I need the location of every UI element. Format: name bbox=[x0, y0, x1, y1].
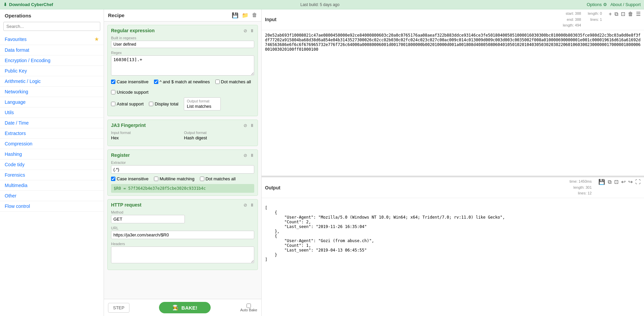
http-disable-icon[interactable]: ⊘ bbox=[244, 202, 247, 208]
sidebar-item-favourites[interactable]: Favourites ★ bbox=[0, 34, 104, 45]
register-case-check[interactable]: Case insensitive bbox=[111, 176, 149, 181]
sidebar-item-flowcontrol[interactable]: Flow control bbox=[0, 201, 104, 212]
output-copy-icon[interactable]: ⧉ bbox=[608, 179, 611, 185]
sidebar-item-label: Data format bbox=[5, 47, 29, 53]
output-content: [ { "User-Agent": "Mozilla/5.0 (Windows … bbox=[262, 198, 644, 316]
regex-disable-icon[interactable]: ⊘ bbox=[244, 28, 247, 33]
register-result: $R0 = 57f3642b4e37e28f5cbe3020c9331b4c bbox=[111, 184, 254, 193]
ja3-output-format-group: Output format Hash digest bbox=[184, 131, 255, 140]
auto-bake-label: Auto Bake bbox=[240, 308, 257, 312]
url-group: URL bbox=[111, 226, 254, 239]
sidebar-item-language[interactable]: Language bbox=[0, 97, 104, 107]
sidebar-item-label: Arithmetic / Logic bbox=[5, 79, 41, 84]
output-format-value[interactable]: List matches bbox=[187, 104, 218, 109]
sidebar-item-label: Public Key bbox=[5, 68, 27, 74]
regex-card-icons: ⊘ ⏸ bbox=[244, 28, 254, 33]
and-dollar-check[interactable]: ^ and $ match at newlines bbox=[154, 79, 210, 84]
sidebar-item-label: Multimedia bbox=[5, 183, 28, 188]
sidebar-item-label: Utils bbox=[5, 110, 14, 115]
sidebar-item-encoding[interactable]: Encryption / Encoding bbox=[0, 55, 104, 66]
input-actions: + ⧉ ⊡ 🗑 ☰ bbox=[609, 11, 641, 17]
headers-input[interactable] bbox=[111, 246, 254, 263]
open-recipe-icon[interactable]: 📁 bbox=[242, 12, 249, 18]
ja3-input-label: Input format bbox=[111, 131, 181, 135]
sidebar-item-extractors[interactable]: Extractors bbox=[0, 128, 104, 139]
sidebar-item-other[interactable]: Other bbox=[0, 191, 104, 201]
regex-card: Regular expression ⊘ ⏸ Built in regexes … bbox=[107, 25, 258, 116]
output-save-icon[interactable]: 💾 bbox=[598, 179, 605, 185]
regex-input[interactable]: 16030[13].+ bbox=[111, 55, 254, 76]
download-label[interactable]: Download CyberChef bbox=[9, 2, 53, 7]
sidebar-item-label: Favourites bbox=[5, 37, 26, 42]
input-window-icon[interactable]: ⧉ bbox=[614, 11, 618, 17]
sidebar-item-forensics[interactable]: Forensics bbox=[0, 170, 104, 180]
auto-bake-checkbox[interactable] bbox=[247, 304, 251, 308]
sidebar-item-utils[interactable]: Utils bbox=[0, 107, 104, 118]
sidebar-item-compression[interactable]: Compression bbox=[0, 139, 104, 149]
sidebar-item-arithmetic[interactable]: Arithmetic / Logic bbox=[0, 76, 104, 87]
save-recipe-icon[interactable]: 💾 bbox=[232, 12, 238, 18]
sidebar-item-networking[interactable]: Networking bbox=[0, 87, 104, 97]
bake-label: BAKE! bbox=[181, 305, 198, 311]
recipe-scroll: Regular expression ⊘ ⏸ Built in regexes … bbox=[104, 21, 261, 299]
output-undo-icon[interactable]: ↩ bbox=[621, 179, 626, 185]
options-link[interactable]: Options ⚙ bbox=[587, 2, 607, 7]
ja3-output-value[interactable]: Hash digest bbox=[184, 135, 255, 140]
regex-card-header: Regular expression ⊘ ⏸ bbox=[111, 28, 254, 33]
input-textarea[interactable]: 20e52ab693f10008021c47ae0800450000e92ce8… bbox=[262, 30, 644, 176]
bake-button[interactable]: 🧑‍🍳 BAKE! bbox=[159, 302, 211, 313]
http-pause-icon[interactable]: ⏸ bbox=[250, 202, 254, 208]
method-input[interactable] bbox=[111, 215, 185, 223]
output-pop-icon[interactable]: ⊡ bbox=[614, 179, 619, 185]
auto-bake-control[interactable]: Auto Bake bbox=[240, 304, 257, 312]
ja3-output-label: Output format bbox=[184, 131, 255, 135]
url-input[interactable] bbox=[111, 231, 254, 239]
extractor-input[interactable] bbox=[111, 165, 254, 174]
input-menu-icon[interactable]: ☰ bbox=[636, 11, 641, 17]
ja3-pause-icon[interactable]: ⏸ bbox=[250, 123, 254, 128]
register-pause-icon[interactable]: ⏸ bbox=[250, 153, 254, 158]
dot-matches-check[interactable]: Dot matches all bbox=[215, 79, 251, 84]
sidebar-item-label: Encryption / Encoding bbox=[5, 58, 50, 63]
register-dot-check[interactable]: Dot matches all bbox=[200, 176, 236, 181]
builtin-value[interactable]: User defined bbox=[111, 41, 254, 48]
sidebar-item-label: Date / Time bbox=[5, 120, 29, 126]
input-new-icon[interactable]: + bbox=[609, 11, 612, 17]
display-total-check[interactable]: Display total bbox=[149, 101, 178, 106]
unicode-check[interactable]: Unicode support bbox=[111, 90, 149, 95]
sidebar-item-multimedia[interactable]: Multimedia bbox=[0, 180, 104, 191]
clear-recipe-icon[interactable]: 🗑 bbox=[252, 12, 257, 18]
about-link[interactable]: About / Support bbox=[610, 2, 641, 7]
sidebar-item-label: Compression bbox=[5, 141, 32, 146]
top-bar: ⬇ Download CyberChef Last build: 5 days … bbox=[0, 0, 644, 9]
output-title: Output bbox=[265, 185, 280, 190]
astral-check[interactable]: Astral support bbox=[111, 101, 144, 106]
http-card-header: HTTP request ⊘ ⏸ bbox=[111, 202, 254, 208]
register-multiline-check[interactable]: Multiline matching bbox=[154, 176, 195, 181]
sidebar-item-hashing[interactable]: Hashing bbox=[0, 149, 104, 160]
sidebar-item-label: Forensics bbox=[5, 172, 25, 178]
ja3-disable-icon[interactable]: ⊘ bbox=[244, 123, 247, 128]
register-disable-icon[interactable]: ⊘ bbox=[244, 153, 247, 158]
regex-group: Regex 16030[13].+ bbox=[111, 51, 254, 77]
input-title: Input bbox=[265, 17, 276, 22]
sidebar-item-publickey[interactable]: Public Key bbox=[0, 66, 104, 76]
case-insensitive-check[interactable]: Case insensitive bbox=[111, 79, 149, 84]
output-fullscreen-icon[interactable]: ⛶ bbox=[635, 179, 641, 185]
sidebar-item-codetidy[interactable]: Code tidy bbox=[0, 160, 104, 170]
sidebar-item-datetime[interactable]: Date / Time bbox=[0, 118, 104, 128]
step-button[interactable]: STEP bbox=[108, 303, 129, 313]
input-restore-icon[interactable]: ⊡ bbox=[621, 11, 625, 17]
ja3-input-value[interactable]: Hex bbox=[111, 135, 181, 140]
regex-pause-icon[interactable]: ⏸ bbox=[250, 28, 254, 33]
bake-icon: 🧑‍🍳 bbox=[172, 305, 179, 311]
sidebar-item-dataformat[interactable]: Data format bbox=[0, 45, 104, 55]
download-area[interactable]: ⬇ Download CyberChef bbox=[3, 2, 53, 7]
ja3-input-format-group: Input format Hex bbox=[111, 131, 181, 140]
sidebar-item-label: Flow control bbox=[5, 204, 30, 209]
output-redo-icon[interactable]: ↪ bbox=[628, 179, 633, 185]
url-label: URL bbox=[111, 226, 254, 230]
extractor-group: Extractor bbox=[111, 161, 254, 174]
input-clear-icon[interactable]: 🗑 bbox=[628, 11, 633, 17]
search-input[interactable] bbox=[3, 22, 100, 31]
